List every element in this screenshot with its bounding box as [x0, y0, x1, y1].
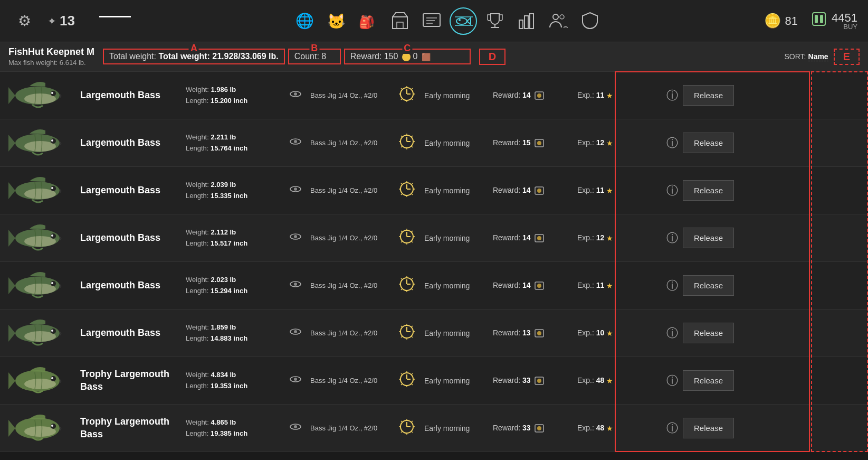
- friends-icon[interactable]: [545, 7, 572, 35]
- level-number: 13: [60, 13, 75, 29]
- fish-name: Largemouth Bass: [80, 184, 186, 196]
- reward-coin-icon: [402, 53, 411, 61]
- sort-control[interactable]: SORT: Name: [785, 52, 828, 61]
- fish-stats: Weight: 2.023 lb Length: 15.294 inch: [186, 275, 281, 297]
- fish-svg: [8, 124, 72, 162]
- fish-stats: Weight: 2.039 lb Length: 15.335 inch: [186, 180, 281, 202]
- svg-line-112: [412, 289, 413, 290]
- release-button[interactable]: Release: [683, 275, 734, 296]
- release-button[interactable]: Release: [683, 418, 734, 438]
- lure-icon: [285, 372, 306, 389]
- info-button[interactable]: ⓘ: [662, 278, 683, 294]
- keepnet-max: Max fish weight: 6.614 lb.: [8, 59, 94, 67]
- reward-bait-icon: 🟫: [422, 53, 431, 61]
- time-icon: [394, 133, 420, 154]
- time-icon: [394, 180, 420, 201]
- svg-line-93: [412, 241, 413, 242]
- svg-line-95: [412, 231, 413, 232]
- fish-name: Largemouth Bass: [80, 89, 186, 101]
- fish-image: [8, 409, 72, 447]
- exp-star: ★: [606, 424, 613, 433]
- svg-point-25: [51, 92, 53, 94]
- sort-value[interactable]: Name: [808, 52, 828, 61]
- fish-image: [8, 314, 72, 352]
- fish-image: [8, 267, 72, 305]
- info-button[interactable]: ⓘ: [662, 420, 683, 436]
- fish-svg: [8, 409, 72, 447]
- fish-time: Early morning: [424, 234, 493, 242]
- release-button[interactable]: Release: [683, 133, 734, 153]
- fish-row: Trophy Largemouth Bass Weight: 4.865 lb …: [0, 405, 868, 452]
- release-button[interactable]: Release: [683, 180, 734, 201]
- time-icon: [394, 228, 420, 249]
- info-button[interactable]: ⓘ: [662, 373, 683, 389]
- fish-exp: Exp.: 10 ★: [577, 328, 662, 337]
- svg-point-141: [294, 378, 297, 381]
- section-e-label: E: [834, 49, 860, 65]
- profile-icon[interactable]: [418, 7, 445, 35]
- cat-icon[interactable]: 🐱: [323, 7, 350, 35]
- svg-point-160: [294, 425, 297, 428]
- chart-icon[interactable]: [513, 7, 540, 35]
- reward-info: Reward: 150 0 🟫: [350, 52, 431, 61]
- svg-line-56: [401, 146, 402, 147]
- fish-exp: Exp.: 12 ★: [577, 138, 662, 147]
- fish-lure: Bass Jig 1/4 Oz., #2/0: [310, 234, 389, 242]
- settings-icon[interactable]: ⚙: [11, 7, 38, 35]
- fish-image: [8, 219, 72, 257]
- lure-icon: [285, 134, 306, 152]
- fish-image: [8, 172, 72, 210]
- svg-point-122: [294, 330, 297, 333]
- svg-line-75: [401, 194, 402, 195]
- lure-icon: [285, 419, 306, 437]
- info-button[interactable]: ⓘ: [662, 230, 683, 246]
- shop-icon[interactable]: [386, 7, 414, 35]
- svg-line-130: [401, 326, 402, 327]
- svg-rect-16: [530, 14, 533, 29]
- section-d-header: D: [479, 49, 505, 65]
- fish-svg: [8, 314, 72, 352]
- exp-star: ★: [606, 139, 613, 147]
- shield-icon[interactable]: [576, 7, 604, 35]
- tackle-icon[interactable]: 🎒: [355, 7, 382, 35]
- trophy-icon[interactable]: [481, 7, 509, 35]
- release-button[interactable]: Release: [683, 85, 734, 106]
- fish-exp: Exp.: 11 ★: [577, 91, 662, 100]
- nav-right: 🪙 81 4451 BUY: [764, 11, 857, 31]
- svg-line-152: [412, 373, 413, 374]
- svg-text:🐱: 🐱: [327, 13, 346, 30]
- exp-star: ★: [606, 329, 613, 337]
- svg-line-171: [412, 421, 413, 422]
- fish-exp: Exp.: 11 ★: [577, 186, 662, 195]
- level-bar: [99, 16, 131, 17]
- release-button[interactable]: Release: [683, 370, 734, 391]
- svg-point-17: [553, 14, 558, 20]
- info-button[interactable]: ⓘ: [662, 183, 683, 199]
- svg-line-133: [412, 326, 413, 327]
- fish-svg: [8, 267, 72, 305]
- exp-star: ★: [606, 377, 613, 385]
- sort-text: SORT:: [785, 52, 806, 61]
- fish-list-icon[interactable]: [450, 7, 477, 35]
- fish-row: Largemouth Bass Weight: 2.211 lb Length:…: [0, 119, 868, 167]
- svg-point-65: [294, 187, 297, 191]
- fish-stats: Weight: 1.859 lb Length: 14.883 inch: [186, 322, 281, 344]
- fish-stats: Weight: 2.112 lb Length: 15.517 inch: [186, 227, 281, 249]
- fish-row: Largemouth Bass Weight: 1.859 lb Length:…: [0, 309, 868, 357]
- fish-reward: Reward: 13: [493, 328, 577, 337]
- release-button[interactable]: Release: [683, 323, 734, 343]
- fish-lure: Bass Jig 1/4 Oz., #2/0: [310, 329, 389, 337]
- info-button[interactable]: ⓘ: [662, 135, 683, 151]
- fish-reward: Reward: 33: [493, 376, 577, 385]
- lure-icon: [285, 229, 306, 247]
- fish-name: Largemouth Bass: [80, 279, 186, 292]
- svg-rect-2: [393, 17, 407, 29]
- svg-rect-19: [813, 13, 825, 25]
- fish-row: Largemouth Bass Weight: 2.023 lb Length:…: [0, 262, 868, 309]
- svg-line-149: [401, 373, 402, 374]
- info-button[interactable]: ⓘ: [662, 325, 683, 341]
- release-button[interactable]: Release: [683, 228, 734, 248]
- fish-image: [8, 362, 72, 400]
- info-button[interactable]: ⓘ: [662, 88, 683, 104]
- globe-icon[interactable]: 🌐: [291, 7, 319, 35]
